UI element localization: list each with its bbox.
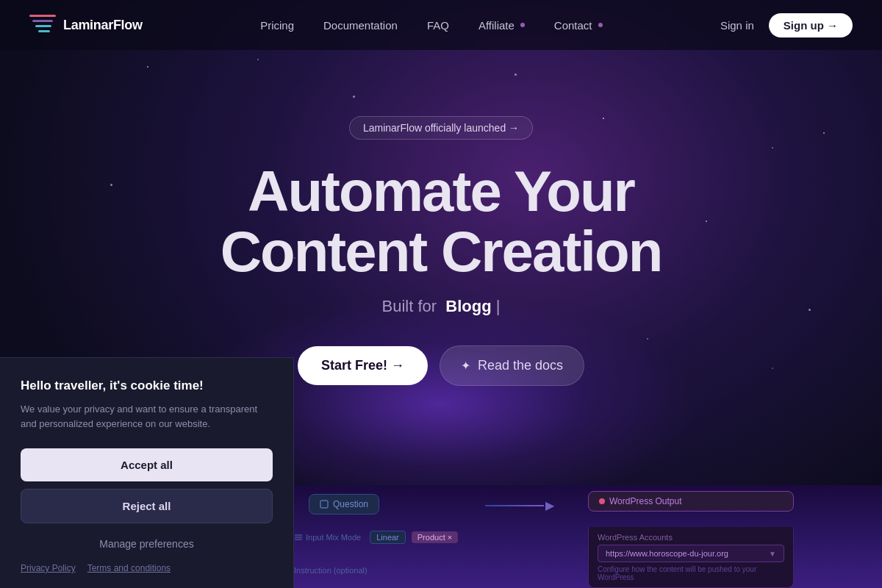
nav-pricing[interactable]: Pricing: [260, 19, 294, 32]
docs-icon: ✦: [461, 359, 470, 373]
start-free-button[interactable]: Start Free! →: [298, 346, 428, 385]
hero-buttons: Start Free! → ✦ Read the docs: [298, 345, 584, 386]
nav-contact[interactable]: Contact: [554, 19, 603, 32]
hero-title: Automate Your Content Creation: [220, 162, 662, 282]
contact-dot: [598, 23, 603, 27]
cookie-title: Hello traveller, it's cookie time!: [21, 379, 273, 393]
navbar: LaminarFlow Pricing Documentation FAQ Af…: [0, 0, 882, 50]
nav-links: Pricing Documentation FAQ Affiliate Cont…: [260, 19, 602, 32]
nav-faq[interactable]: FAQ: [427, 19, 449, 32]
terms-link[interactable]: Terms and conditions: [87, 563, 171, 573]
nav-documentation[interactable]: Documentation: [323, 19, 398, 32]
affiliate-dot: [520, 23, 525, 27]
read-docs-button[interactable]: ✦ Read the docs: [440, 345, 584, 386]
cookie-banner: Hello traveller, it's cookie time! We va…: [0, 357, 294, 588]
privacy-policy-link[interactable]: Privacy Policy: [21, 563, 76, 573]
accept-all-button[interactable]: Accept all: [21, 448, 273, 481]
logo-link[interactable]: LaminarFlow: [29, 15, 143, 35]
sign-in-button[interactable]: Sign in: [720, 19, 754, 32]
sign-up-button[interactable]: Sign up →: [769, 13, 853, 37]
brand-name: LaminarFlow: [63, 18, 143, 33]
reject-all-button[interactable]: Reject all: [21, 489, 273, 523]
announcement-badge[interactable]: LaminarFlow officially launched →: [349, 116, 533, 140]
cookie-description: We value your privacy and want to ensure…: [21, 402, 273, 431]
nav-actions: Sign in Sign up →: [720, 13, 853, 37]
cookie-footer-links: Privacy Policy Terms and conditions: [21, 563, 273, 573]
hero-subtitle: Built for Blogg |: [382, 297, 501, 316]
manage-preferences-button[interactable]: Manage preferences: [21, 531, 273, 557]
logo-icon: [29, 15, 56, 35]
nav-affiliate[interactable]: Affiliate: [478, 19, 525, 32]
